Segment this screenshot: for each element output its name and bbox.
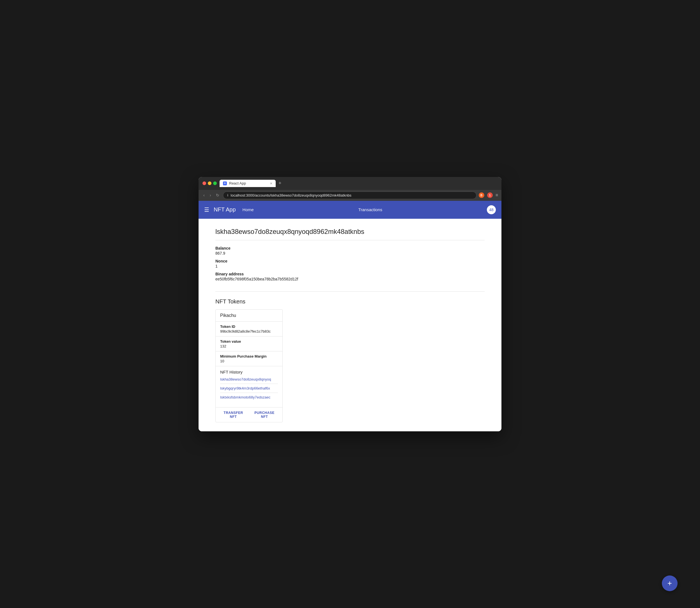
tab-bar: R React App × + — [220, 180, 497, 187]
binary-address-label: Binary address — [215, 272, 485, 276]
tab-close-button[interactable]: × — [270, 181, 272, 186]
navbar-center: Transactions — [254, 207, 487, 212]
browser-window: R React App × + ‹ › ↻ ℹ localhost:3000/a… — [198, 177, 502, 431]
token-value-field: Token value 132 — [216, 337, 282, 352]
toolbar-right: B 1 ≡ — [479, 192, 498, 198]
nft-history-title: NFT History — [220, 369, 278, 374]
nonce-label: Nonce — [215, 259, 485, 263]
address-bar-url[interactable]: localhost:3000/accounts/lskha38ewso7do8z… — [230, 193, 352, 197]
binary-address-value: ee50fb5f6c7698f05a150bea78b2ba7b5582d12f — [215, 277, 485, 281]
nft-token-name: Pikachu — [216, 310, 282, 322]
nft-history-link-0[interactable]: lskha38ewso7do8zeuqx8qnyoq — [220, 377, 278, 384]
min-purchase-field: Minimum Purchase Margin 10 — [216, 352, 282, 366]
purchase-nft-button[interactable]: PURCHASE NFT — [251, 411, 278, 419]
balance-value: 867.9 — [215, 251, 485, 255]
nft-history-section: NFT History lskha38ewso7do8zeuqx8qnyoq l… — [216, 366, 282, 407]
transfer-nft-button[interactable]: TRANSFER NFT — [220, 411, 247, 419]
nft-card: Pikachu Token ID 99bc9c9d82a8c8e7fec1c7b… — [215, 309, 283, 422]
alert-icon[interactable]: 1 — [487, 192, 493, 198]
tab-favicon: R — [223, 182, 227, 185]
forward-button[interactable]: › — [208, 192, 213, 198]
lock-icon: ℹ — [227, 193, 228, 197]
back-button[interactable]: ‹ — [202, 192, 206, 198]
token-id-value: 99bc9c9d82a8c8e7fec1c7b83c — [220, 329, 278, 334]
tab-title: React App — [229, 181, 246, 185]
nft-card-actions: TRANSFER NFT PURCHASE NFT — [216, 407, 282, 422]
minimize-button[interactable] — [208, 182, 211, 185]
nft-history-link-1[interactable]: lskybgqryr9tk4m3rdp66ethaf6x — [220, 386, 278, 393]
navbar-brand: NFT App — [214, 206, 236, 213]
token-id-field: Token ID 99bc9c9d82a8c8e7fec1c7b83c — [216, 322, 282, 337]
min-purchase-value: 10 — [220, 359, 278, 363]
browser-menu-icon[interactable]: ≡ — [495, 193, 498, 198]
account-address: lskha38ewso7do8zeuqx8qnyoqd8962mk48atknb… — [215, 228, 485, 240]
traffic-lights — [203, 182, 217, 185]
navbar-menu-icon[interactable]: ☰ — [204, 206, 209, 213]
nft-history-link-2[interactable]: lsktxksfsbmkmoto68y7edszaec — [220, 395, 278, 402]
navbar-home-link[interactable]: Home — [243, 207, 254, 212]
navbar-badge: 48 — [487, 205, 496, 214]
browser-titlebar: R React App × + — [198, 177, 502, 190]
new-tab-button[interactable]: + — [277, 180, 283, 186]
navbar-transactions-link[interactable]: Transactions — [358, 207, 382, 212]
main-content: lskha38ewso7do8zeuqx8qnyoqd8962mk48atknb… — [198, 219, 502, 431]
brave-icon[interactable]: B — [479, 192, 484, 198]
app-content: ☰ NFT App Home Transactions 48 lskha38ew… — [198, 201, 502, 431]
nonce-value: 1 — [215, 264, 485, 268]
address-bar[interactable]: ℹ localhost:3000/accounts/lskha38ewso7do… — [223, 192, 476, 199]
refresh-button[interactable]: ↻ — [214, 192, 221, 198]
nft-tokens-section-title: NFT Tokens — [215, 298, 485, 305]
balance-label: Balance — [215, 246, 485, 250]
min-purchase-label: Minimum Purchase Margin — [220, 354, 278, 358]
account-details: Balance 867.9 Nonce 1 Binary address ee5… — [215, 246, 485, 292]
active-tab[interactable]: R React App × — [220, 180, 276, 187]
token-value-label: Token value — [220, 339, 278, 344]
token-value-value: 132 — [220, 344, 278, 348]
token-id-label: Token ID — [220, 324, 278, 329]
maximize-button[interactable] — [213, 182, 217, 185]
browser-toolbar: ‹ › ↻ ℹ localhost:3000/accounts/lskha38e… — [198, 190, 502, 201]
close-button[interactable] — [203, 182, 206, 185]
navbar: ☰ NFT App Home Transactions 48 — [198, 201, 502, 219]
